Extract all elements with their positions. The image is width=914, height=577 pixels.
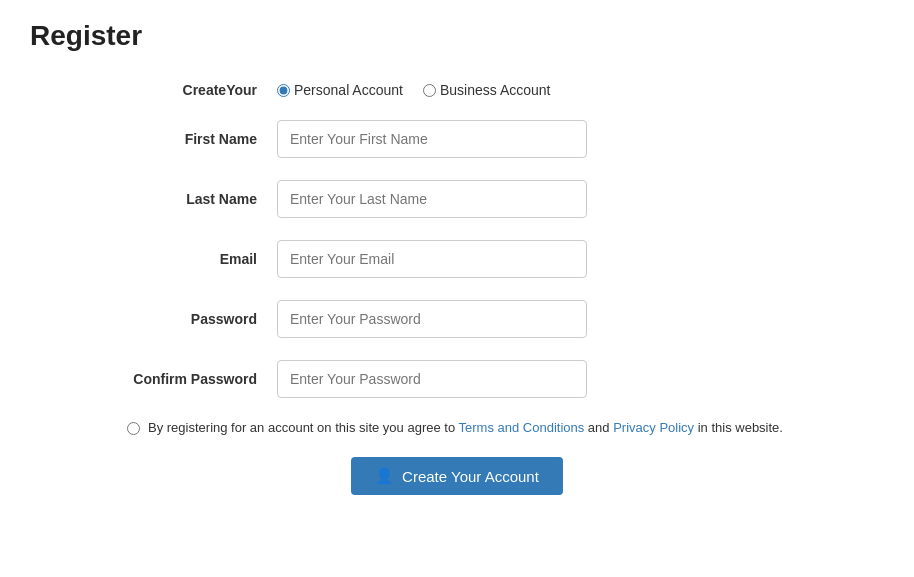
submit-label: Create Your Account [402,468,539,485]
terms-link[interactable]: Terms and Conditions [459,420,585,435]
terms-row: By registering for an account on this si… [97,420,817,435]
terms-prefix: By registering for an account on this si… [148,420,459,435]
terms-text: By registering for an account on this si… [148,420,783,435]
terms-and: and [584,420,613,435]
confirm-password-label: Confirm Password [97,371,277,387]
email-row: Email [97,240,817,278]
user-icon: 👤 [375,467,394,485]
create-your-label: CreateYour [97,82,277,98]
confirm-password-row: Confirm Password [97,360,817,398]
password-input[interactable] [277,300,587,338]
last-name-row: Last Name [97,180,817,218]
register-form: CreateYour Personal Account Business Acc… [97,82,817,495]
first-name-input[interactable] [277,120,587,158]
business-account-radio[interactable] [423,84,436,97]
last-name-input[interactable] [277,180,587,218]
submit-row: 👤 Create Your Account [97,457,817,495]
password-row: Password [97,300,817,338]
personal-account-option[interactable]: Personal Account [277,82,403,98]
terms-suffix: in this website. [694,420,783,435]
page-title: Register [30,20,884,52]
account-type-row: CreateYour Personal Account Business Acc… [97,82,817,98]
terms-checkbox[interactable] [127,422,140,435]
last-name-label: Last Name [97,191,277,207]
business-account-option[interactable]: Business Account [423,82,551,98]
first-name-row: First Name [97,120,817,158]
first-name-label: First Name [97,131,277,147]
personal-account-radio[interactable] [277,84,290,97]
business-account-label: Business Account [440,82,551,98]
personal-account-label: Personal Account [294,82,403,98]
confirm-password-input[interactable] [277,360,587,398]
radio-group: Personal Account Business Account [277,82,550,98]
privacy-link[interactable]: Privacy Policy [613,420,694,435]
password-label: Password [97,311,277,327]
email-label: Email [97,251,277,267]
submit-button[interactable]: 👤 Create Your Account [351,457,563,495]
page-container: Register CreateYour Personal Account Bus… [0,0,914,515]
email-input[interactable] [277,240,587,278]
